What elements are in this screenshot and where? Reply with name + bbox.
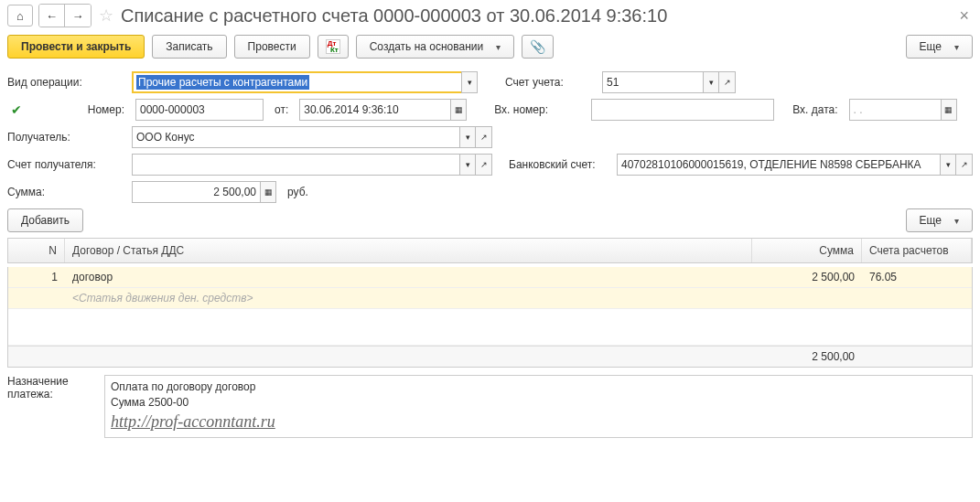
recipient-account-label: Счет получателя: bbox=[7, 158, 126, 171]
ext-date-label: Вх. дата: bbox=[780, 103, 843, 116]
date-calendar[interactable]: ▦ bbox=[450, 99, 467, 121]
attachments-button[interactable]: 📎 bbox=[522, 35, 554, 59]
payment-purpose-field[interactable]: Оплата по договору договор Сумма 2500-00… bbox=[104, 375, 973, 438]
recipient-account-dropdown[interactable]: ▾ bbox=[459, 154, 476, 176]
operation-type-dropdown[interactable]: ▾ bbox=[461, 71, 478, 93]
date-field[interactable]: 30.06.2014 9:36:10 bbox=[299, 99, 450, 121]
memo-line1: Оплата по договору договор bbox=[111, 379, 966, 395]
th-contract: Договор / Статья ДДС bbox=[65, 239, 752, 262]
account-field[interactable]: 51 bbox=[602, 71, 703, 93]
forward-button[interactable]: → bbox=[65, 5, 91, 27]
ext-number-field[interactable] bbox=[591, 99, 774, 121]
paperclip-icon: 📎 bbox=[530, 39, 545, 54]
table-header: N Договор / Статья ДДС Сумма Счета расче… bbox=[7, 238, 973, 263]
currency-label: руб. bbox=[282, 186, 308, 198]
th-n: N bbox=[8, 239, 65, 262]
amount-label: Сумма: bbox=[7, 186, 126, 198]
recipient-field[interactable]: ООО Конус bbox=[132, 126, 459, 148]
cell-sum: 2 500,00 bbox=[752, 267, 862, 287]
table-blank-area bbox=[8, 309, 972, 346]
add-row-button[interactable]: Добавить bbox=[7, 208, 83, 232]
back-button[interactable]: ← bbox=[39, 5, 65, 27]
close-button[interactable]: × bbox=[955, 6, 973, 26]
home-button[interactable]: ⌂ bbox=[7, 5, 33, 27]
bank-account-label: Банковский счет: bbox=[509, 158, 611, 171]
page-title: Списание с расчетного счета 0000-000003 … bbox=[121, 5, 950, 27]
account-dropdown[interactable]: ▾ bbox=[703, 71, 719, 93]
amount-field[interactable]: 2 500,00 bbox=[132, 181, 260, 203]
create-based-on-button[interactable]: Создать на основании bbox=[356, 35, 515, 59]
operation-type-field[interactable]: Прочие расчеты с контрагентами bbox=[132, 71, 461, 93]
th-accounts: Счета расчетов bbox=[862, 239, 972, 262]
post-button[interactable]: Провести bbox=[234, 35, 310, 59]
amount-calc[interactable]: ▦ bbox=[260, 181, 276, 203]
ext-number-label: Вх. номер: bbox=[494, 103, 586, 116]
recipient-open[interactable]: ↗ bbox=[476, 126, 492, 148]
table-footer: 2 500,00 bbox=[8, 346, 972, 367]
recipient-label: Получатель: bbox=[7, 131, 126, 144]
account-label: Счет учета: bbox=[505, 76, 597, 89]
memo-line2: Сумма 2500-00 bbox=[111, 395, 966, 411]
favorite-star-icon[interactable]: ☆ bbox=[97, 5, 115, 26]
post-and-close-button[interactable]: Провести и закрыть bbox=[7, 35, 145, 59]
account-open[interactable]: ↗ bbox=[719, 71, 736, 93]
cell-dds: <Статья движения ден. средств> bbox=[65, 288, 752, 308]
number-label: Номер: bbox=[31, 103, 130, 116]
ext-date-field[interactable]: . . bbox=[849, 99, 941, 121]
recipient-account-open[interactable]: ↗ bbox=[476, 154, 492, 176]
recipient-account-field[interactable] bbox=[132, 154, 459, 176]
footer-sum: 2 500,00 bbox=[752, 347, 862, 367]
bank-account-open[interactable]: ↗ bbox=[956, 154, 973, 176]
bank-account-dropdown[interactable]: ▾ bbox=[940, 154, 956, 176]
cell-contract: договор bbox=[65, 267, 752, 287]
dtkt-button[interactable]: ДтКт bbox=[318, 35, 349, 59]
posted-check-icon: ✔ bbox=[7, 102, 26, 117]
bank-account-field[interactable]: 40702810106000015619, ОТДЕЛЕНИЕ N8598 СБ… bbox=[617, 154, 940, 176]
number-field[interactable]: 0000-000003 bbox=[135, 99, 264, 121]
table-more-button[interactable]: Еще bbox=[906, 208, 973, 232]
ext-date-calendar[interactable]: ▦ bbox=[941, 99, 957, 121]
more-button[interactable]: Еще bbox=[906, 35, 973, 59]
recipient-dropdown[interactable]: ▾ bbox=[459, 126, 476, 148]
from-label: от: bbox=[269, 103, 294, 116]
operation-type-label: Вид операции: bbox=[7, 76, 126, 89]
dtkt-icon: ДтКт bbox=[326, 39, 340, 54]
watermark-link: http://prof-acconntant.ru bbox=[111, 411, 966, 433]
memo-label: Назначениеплатежа: bbox=[7, 375, 99, 401]
table-row[interactable]: 1 договор 2 500,00 76.05 bbox=[8, 267, 972, 288]
cell-n: 1 bbox=[8, 267, 65, 287]
details-table: 1 договор 2 500,00 76.05 <Статья движени… bbox=[7, 267, 973, 368]
th-sum: Сумма bbox=[752, 239, 862, 262]
save-button[interactable]: Записать bbox=[152, 35, 226, 59]
cell-account: 76.05 bbox=[862, 267, 972, 287]
table-row-sub[interactable]: <Статья движения ден. средств> bbox=[8, 288, 972, 309]
